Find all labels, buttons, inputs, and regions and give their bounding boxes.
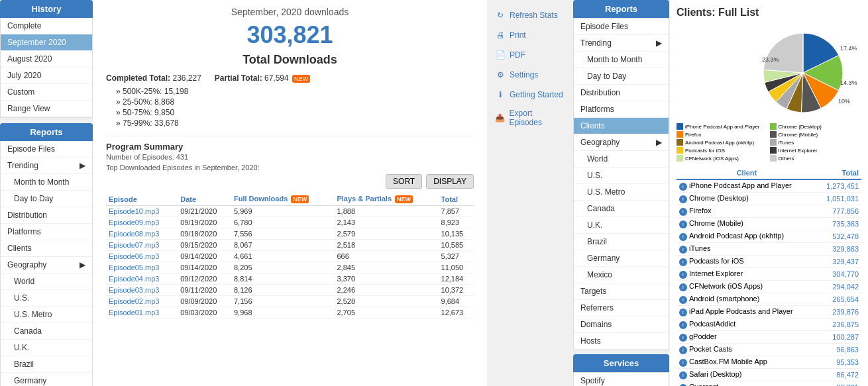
sidebar-item-episode-files[interactable]: Episode Files — [1, 141, 92, 158]
info-icon[interactable]: i — [679, 271, 687, 279]
info-icon[interactable]: i — [679, 296, 687, 304]
client-total[interactable]: 100,287 — [817, 331, 861, 344]
episode-name[interactable]: Episode06.mp3 — [106, 251, 178, 262]
client-total[interactable]: 265,654 — [817, 293, 861, 306]
episode-name[interactable]: Episode10.mp3 — [106, 206, 178, 217]
episode-name[interactable]: Episode08.mp3 — [106, 228, 178, 240]
sidebar-item-canada[interactable]: Canada — [1, 323, 92, 340]
display-button[interactable]: DISPLAY — [426, 174, 474, 189]
client-total[interactable]: 239,876 — [817, 306, 861, 318]
client-total[interactable]: 96,863 — [817, 344, 861, 356]
dd-referrers[interactable]: Referrers — [574, 300, 669, 316]
sidebar-item-brazil[interactable]: Brazil — [1, 356, 92, 373]
client-total[interactable]: 329,863 — [817, 243, 861, 256]
dd-episode-files[interactable]: Episode Files — [574, 19, 669, 35]
legend-android: Android Podcast App (okhttp) — [677, 139, 769, 146]
episode-name[interactable]: Episode04.mp3 — [106, 273, 178, 285]
sidebar-item-july2020[interactable]: July 2020 — [1, 68, 92, 84]
dd-month-to-month[interactable]: Month to Month — [574, 52, 669, 68]
legend-chrome-mobile: Chrome (Mobile) — [770, 131, 862, 138]
sidebar-item-germany[interactable]: Germany — [1, 373, 92, 386]
info-icon[interactable]: i — [679, 183, 687, 191]
settings-button[interactable]: ⚙ Settings — [490, 66, 570, 83]
sidebar-item-geography[interactable]: Geography▶ — [1, 257, 92, 273]
sidebar-item-clients[interactable]: Clients — [1, 240, 92, 257]
episode-date: 09/18/2020 — [178, 228, 231, 240]
info-icon[interactable]: i — [679, 258, 687, 266]
dd-germany[interactable]: Germany — [574, 250, 669, 267]
dd-day-to-day[interactable]: Day to Day — [574, 68, 669, 85]
dd-mexico[interactable]: Mexico — [574, 267, 669, 283]
info-icon[interactable]: i — [679, 359, 687, 367]
dd-canada[interactable]: Canada — [574, 201, 669, 217]
episode-name[interactable]: Episode07.mp3 — [106, 240, 178, 251]
print-button[interactable]: 🖨 Print — [490, 26, 570, 44]
client-total[interactable]: 80,001 — [817, 381, 861, 387]
info-icon[interactable]: i — [679, 283, 687, 291]
client-name: iPodcasts for iOS — [677, 256, 817, 268]
sidebar-item-us-metro[interactable]: U.S. Metro — [1, 307, 92, 323]
sidebar-item-world[interactable]: World — [1, 273, 92, 290]
dd-trending[interactable]: Trending▶ — [574, 35, 669, 52]
info-icon[interactable]: i — [679, 346, 687, 354]
sidebar-item-day-to-day[interactable]: Day to Day — [1, 191, 92, 207]
client-total[interactable]: 532,478 — [817, 230, 861, 243]
client-total[interactable]: 236,875 — [817, 318, 861, 331]
dd-geography[interactable]: Geography▶ — [574, 134, 669, 151]
info-icon[interactable]: i — [679, 321, 687, 329]
dd-world[interactable]: World — [574, 151, 669, 168]
sidebar-item-custom[interactable]: Custom — [1, 84, 92, 101]
dd-spotify[interactable]: Spotify — [574, 373, 669, 386]
sidebar-item-trending[interactable]: Trending▶ — [1, 158, 92, 174]
client-total[interactable]: 329,437 — [817, 256, 861, 268]
dd-domains[interactable]: Domains — [574, 316, 669, 333]
client-name: iFirefox — [677, 205, 817, 218]
sort-button[interactable]: SORT — [386, 174, 422, 189]
episode-name[interactable]: Episode05.mp3 — [106, 262, 178, 273]
page-title: September, 2020 downloads — [106, 7, 474, 17]
sidebar-item-uk[interactable]: U.K. — [1, 340, 92, 356]
episode-name[interactable]: Episode01.mp3 — [106, 307, 178, 318]
dd-us[interactable]: U.S. — [574, 168, 669, 184]
info-icon[interactable]: i — [679, 371, 687, 379]
dd-platforms[interactable]: Platforms — [574, 101, 669, 118]
episode-name[interactable]: Episode09.mp3 — [106, 217, 178, 228]
info-icon[interactable]: i — [679, 195, 687, 203]
info-icon[interactable]: i — [679, 309, 687, 316]
client-total[interactable]: 304,770 — [817, 268, 861, 281]
dd-uk[interactable]: U.K. — [574, 217, 669, 234]
info-icon[interactable]: i — [679, 233, 687, 241]
client-total[interactable]: 735,363 — [817, 218, 861, 230]
sidebar-item-distribution[interactable]: Distribution — [1, 207, 92, 224]
client-total[interactable]: 294,042 — [817, 281, 861, 293]
client-total[interactable]: 95,353 — [817, 356, 861, 369]
sidebar-item-rangeview[interactable]: Range View — [1, 101, 92, 117]
info-icon[interactable]: i — [679, 208, 687, 216]
reports-header: Reports — [0, 123, 93, 141]
client-total[interactable]: 86,472 — [817, 369, 861, 381]
getting-started-button[interactable]: ℹ Getting Started — [490, 86, 570, 103]
dd-distribution[interactable]: Distribution — [574, 85, 669, 101]
refresh-stats-button[interactable]: ↻ Refresh Stats — [490, 7, 570, 24]
sidebar-item-august2020[interactable]: August 2020 — [1, 51, 92, 68]
episode-name[interactable]: Episode03.mp3 — [106, 285, 178, 296]
dd-targets[interactable]: Targets — [574, 283, 669, 300]
export-episodes-button[interactable]: 📤 Export Episodes — [490, 106, 570, 130]
client-total[interactable]: 777,856 — [817, 205, 861, 218]
sidebar-item-september2020[interactable]: September 2020 — [1, 34, 92, 51]
pdf-button[interactable]: 📄 PDF — [490, 46, 570, 64]
client-total[interactable]: 1,273,451 — [817, 179, 861, 193]
sidebar-item-month-to-month[interactable]: Month to Month — [1, 174, 92, 191]
dd-hosts[interactable]: Hosts — [574, 333, 669, 350]
info-icon[interactable]: i — [679, 334, 687, 342]
sidebar-item-platforms[interactable]: Platforms — [1, 224, 92, 240]
dd-us-metro[interactable]: U.S. Metro — [574, 184, 669, 201]
sidebar-item-us[interactable]: U.S. — [1, 290, 92, 307]
sidebar-item-complete[interactable]: Complete — [1, 18, 92, 34]
dd-brazil[interactable]: Brazil — [574, 234, 669, 250]
info-icon[interactable]: i — [679, 246, 687, 254]
episode-name[interactable]: Episode02.mp3 — [106, 296, 178, 307]
info-icon[interactable]: i — [679, 220, 687, 228]
dd-clients[interactable]: Clients — [574, 118, 669, 134]
client-total[interactable]: 1,051,031 — [817, 193, 861, 205]
